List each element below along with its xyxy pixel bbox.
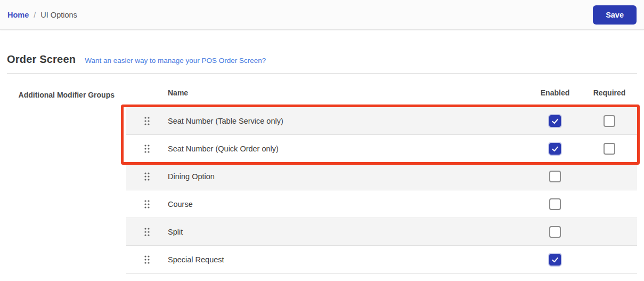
main-content: Order Screen Want an easier way to manag… bbox=[0, 53, 644, 274]
modifier-groups-table: Name Enabled Required Seat Number (Table… bbox=[126, 89, 637, 274]
breadcrumb-home-link[interactable]: Home bbox=[7, 11, 29, 19]
row-name-label: Dining Option bbox=[168, 172, 528, 181]
table-row: Seat Number (Table Service only) bbox=[126, 107, 637, 135]
table-row: Course bbox=[126, 190, 637, 218]
row-name-label: Split bbox=[168, 228, 528, 236]
page-title: Order Screen bbox=[7, 53, 76, 66]
row-name-label: Course bbox=[168, 200, 528, 208]
table-row: Special Request bbox=[126, 246, 637, 274]
table-body: Seat Number (Table Service only) bbox=[126, 107, 637, 274]
table-row: Split bbox=[126, 218, 637, 246]
row-name-label: Seat Number (Quick Order only) bbox=[168, 144, 528, 153]
drag-handle-icon[interactable] bbox=[144, 227, 150, 237]
column-header-required: Required bbox=[582, 89, 637, 97]
enabled-checkbox[interactable] bbox=[549, 226, 561, 238]
column-header-enabled: Enabled bbox=[528, 89, 582, 97]
breadcrumb-separator: / bbox=[34, 11, 36, 19]
additional-modifier-groups-section: Additional Modifier Groups Name Enabled … bbox=[7, 89, 637, 274]
pos-order-screen-help-link[interactable]: Want an easier way to manage your POS Or… bbox=[85, 57, 266, 65]
table-row: Dining Option bbox=[126, 163, 637, 190]
required-checkbox[interactable] bbox=[604, 115, 615, 127]
section-header: Order Screen Want an easier way to manag… bbox=[7, 53, 637, 74]
table-row: Seat Number (Quick Order only) bbox=[126, 135, 637, 163]
enabled-checkbox[interactable] bbox=[549, 254, 561, 266]
enabled-checkbox[interactable] bbox=[549, 198, 561, 210]
enabled-checkbox[interactable] bbox=[549, 171, 561, 182]
breadcrumb-current: UI Options bbox=[40, 11, 77, 19]
breadcrumb: Home / UI Options bbox=[7, 11, 77, 19]
drag-handle-icon[interactable] bbox=[144, 116, 150, 126]
column-header-name: Name bbox=[126, 89, 528, 97]
table-header-row: Name Enabled Required bbox=[126, 89, 637, 107]
enabled-checkbox[interactable] bbox=[549, 115, 561, 127]
drag-handle-icon[interactable] bbox=[144, 199, 150, 209]
additional-modifier-groups-label: Additional Modifier Groups bbox=[7, 89, 115, 274]
drag-handle-icon[interactable] bbox=[144, 255, 150, 264]
save-button[interactable]: Save bbox=[593, 5, 637, 25]
row-name-label: Special Request bbox=[168, 255, 528, 264]
drag-handle-icon[interactable] bbox=[144, 172, 150, 181]
top-bar: Home / UI Options Save bbox=[0, 0, 644, 30]
drag-handle-icon[interactable] bbox=[144, 144, 150, 154]
required-checkbox[interactable] bbox=[604, 143, 615, 155]
enabled-checkbox[interactable] bbox=[549, 143, 561, 155]
row-name-label: Seat Number (Table Service only) bbox=[168, 117, 528, 125]
